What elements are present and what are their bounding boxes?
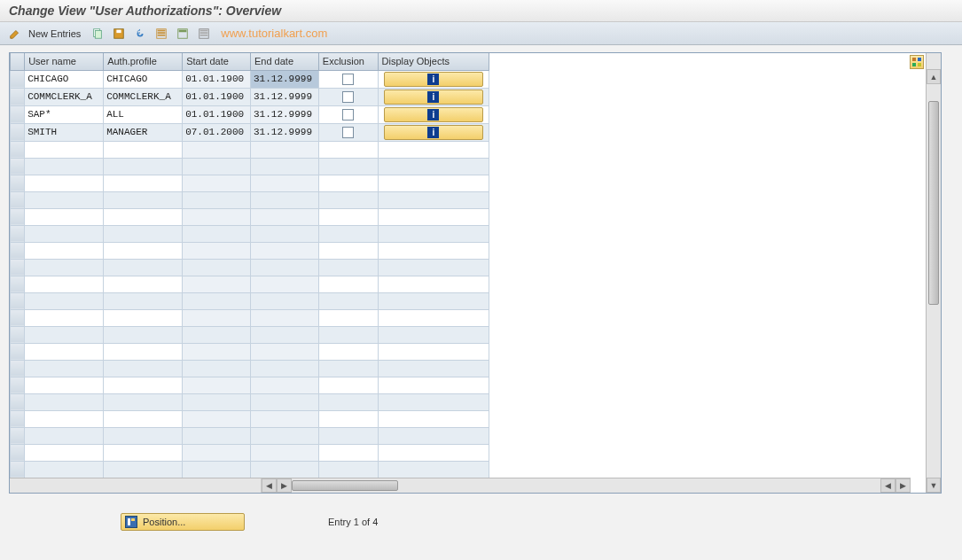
cell-user[interactable] xyxy=(25,377,104,393)
cell-exclusion[interactable] xyxy=(318,259,378,276)
row-selector[interactable] xyxy=(11,88,25,105)
cell-start[interactable] xyxy=(183,427,251,444)
row-selector[interactable] xyxy=(11,225,25,242)
cell-start[interactable] xyxy=(183,444,251,461)
row-selector[interactable] xyxy=(11,105,25,123)
cell-auth[interactable]: MANAGER xyxy=(104,123,183,141)
cell-user[interactable] xyxy=(25,292,104,309)
h-scroll-thumb[interactable] xyxy=(292,480,398,491)
cell-start[interactable] xyxy=(183,225,251,242)
v-scroll-thumb[interactable] xyxy=(928,101,939,305)
cell-user[interactable] xyxy=(25,360,104,377)
display-objects-button[interactable]: i xyxy=(384,125,483,140)
display-objects-button[interactable]: i xyxy=(384,72,483,87)
cell-end[interactable] xyxy=(250,242,318,259)
cell-start[interactable] xyxy=(183,343,251,360)
save-icon[interactable] xyxy=(111,26,127,42)
cell-end[interactable]: 31.12.9999 xyxy=(250,88,318,105)
cell-start[interactable] xyxy=(183,259,251,276)
cell-start[interactable] xyxy=(183,242,251,259)
cell-end[interactable]: 31.12.9999 xyxy=(250,123,318,141)
cell-start[interactable] xyxy=(183,292,251,309)
cell-start[interactable] xyxy=(183,393,251,410)
row-selector[interactable] xyxy=(11,427,25,444)
cell-start[interactable] xyxy=(183,276,251,292)
cell-user[interactable] xyxy=(25,410,104,427)
exclusion-checkbox[interactable] xyxy=(342,74,354,85)
h-scroll-left2-icon[interactable]: ◀ xyxy=(880,478,896,493)
cell-start[interactable] xyxy=(183,175,251,191)
cell-start[interactable]: 01.01.1900 xyxy=(183,88,251,105)
cell-end[interactable] xyxy=(250,276,318,292)
cell-user[interactable] xyxy=(25,175,104,191)
cell-auth[interactable] xyxy=(104,427,183,444)
display-objects-button[interactable]: i xyxy=(384,107,483,122)
row-selector[interactable] xyxy=(11,276,25,292)
cell-exclusion[interactable] xyxy=(318,410,378,427)
cell-user[interactable]: CHICAGO xyxy=(25,70,104,88)
cell-end[interactable] xyxy=(250,360,318,377)
exclusion-checkbox[interactable] xyxy=(342,109,354,121)
cell-user[interactable] xyxy=(25,393,104,410)
select-all-icon[interactable] xyxy=(153,26,169,42)
cell-end[interactable] xyxy=(250,175,318,191)
cell-end[interactable] xyxy=(250,377,318,393)
cell-end[interactable] xyxy=(250,158,318,175)
row-selector[interactable] xyxy=(11,309,25,326)
cell-end[interactable]: 31.12.9999 xyxy=(250,105,318,123)
horizontal-scrollbar[interactable]: ◀ ▶ ◀ ▶ xyxy=(10,478,911,493)
row-selector[interactable] xyxy=(11,461,25,478)
cell-user[interactable]: COMMCLERK_A xyxy=(25,88,104,105)
cell-exclusion[interactable] xyxy=(318,208,378,225)
row-selector[interactable] xyxy=(11,360,25,377)
cell-user[interactable] xyxy=(25,444,104,461)
cell-user[interactable] xyxy=(25,276,104,292)
cell-end[interactable] xyxy=(250,410,318,427)
row-selector[interactable] xyxy=(11,292,25,309)
h-scroll-left-icon[interactable]: ◀ xyxy=(262,478,277,493)
cell-auth[interactable] xyxy=(104,141,183,158)
cell-auth[interactable] xyxy=(104,461,183,478)
cell-exclusion[interactable] xyxy=(318,88,378,105)
cell-start[interactable]: 01.01.1900 xyxy=(183,70,251,88)
cell-auth[interactable] xyxy=(104,444,183,461)
new-entries-button[interactable]: New Entries xyxy=(28,28,81,39)
cell-auth[interactable] xyxy=(104,410,183,427)
row-selector[interactable] xyxy=(11,158,25,175)
col-header-excl[interactable]: Exclusion xyxy=(318,53,378,70)
cell-exclusion[interactable] xyxy=(318,461,378,478)
row-selector[interactable] xyxy=(11,377,25,393)
cell-user[interactable] xyxy=(25,225,104,242)
cell-end[interactable] xyxy=(250,427,318,444)
cell-start[interactable] xyxy=(183,326,251,343)
cell-user[interactable] xyxy=(25,461,104,478)
cell-exclusion[interactable] xyxy=(318,377,378,393)
cell-end[interactable] xyxy=(250,292,318,309)
cell-user[interactable]: SAP* xyxy=(25,105,104,123)
cell-exclusion[interactable] xyxy=(318,393,378,410)
cell-start[interactable] xyxy=(183,191,251,208)
vertical-scrollbar[interactable]: ▲ ▼ xyxy=(926,53,941,493)
cell-exclusion[interactable] xyxy=(318,175,378,191)
cell-auth[interactable] xyxy=(104,175,183,191)
cell-auth[interactable] xyxy=(104,242,183,259)
cell-end[interactable] xyxy=(250,343,318,360)
copy-icon[interactable] xyxy=(90,26,106,42)
cell-user[interactable] xyxy=(25,343,104,360)
select-block-icon[interactable] xyxy=(175,26,191,42)
cell-auth[interactable] xyxy=(104,158,183,175)
display-objects-button[interactable]: i xyxy=(384,89,483,105)
col-header-start[interactable]: Start date xyxy=(183,53,251,70)
cell-user[interactable] xyxy=(25,208,104,225)
undo-icon[interactable] xyxy=(132,26,148,42)
row-selector[interactable] xyxy=(11,123,25,141)
cell-auth[interactable] xyxy=(104,225,183,242)
cell-auth[interactable] xyxy=(104,360,183,377)
col-header-user[interactable]: User name xyxy=(25,53,104,70)
cell-exclusion[interactable] xyxy=(318,292,378,309)
cell-start[interactable] xyxy=(183,208,251,225)
cell-end[interactable] xyxy=(250,309,318,326)
cell-exclusion[interactable] xyxy=(318,309,378,326)
cell-auth[interactable] xyxy=(104,259,183,276)
exclusion-checkbox[interactable] xyxy=(342,127,354,138)
